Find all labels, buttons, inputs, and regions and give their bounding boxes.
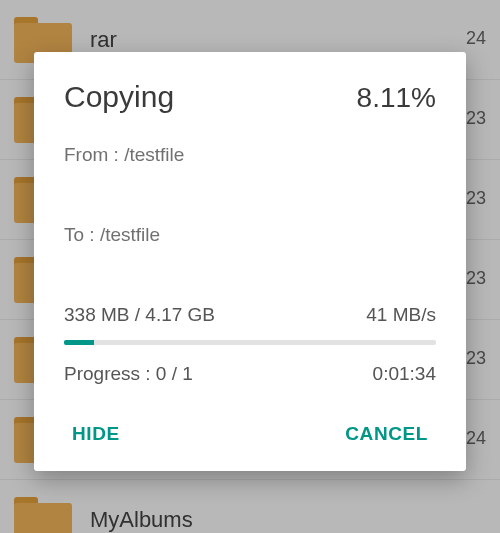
dialog-percent: 8.11% <box>357 82 436 114</box>
from-path: From : /testfile <box>64 144 436 166</box>
size-progress: 338 MB / 4.17 GB <box>64 304 215 326</box>
file-count-progress: Progress : 0 / 1 <box>64 363 193 385</box>
dialog-title: Copying <box>64 80 174 114</box>
progress-bar <box>64 340 436 345</box>
elapsed-time: 0:01:34 <box>373 363 436 385</box>
cancel-button[interactable]: CANCEL <box>341 415 432 453</box>
copy-dialog: Copying 8.11% From : /testfile To : /tes… <box>34 52 466 471</box>
to-path: To : /testfile <box>64 224 436 246</box>
transfer-speed: 41 MB/s <box>366 304 436 326</box>
progress-fill <box>64 340 94 345</box>
hide-button[interactable]: HIDE <box>68 415 124 453</box>
